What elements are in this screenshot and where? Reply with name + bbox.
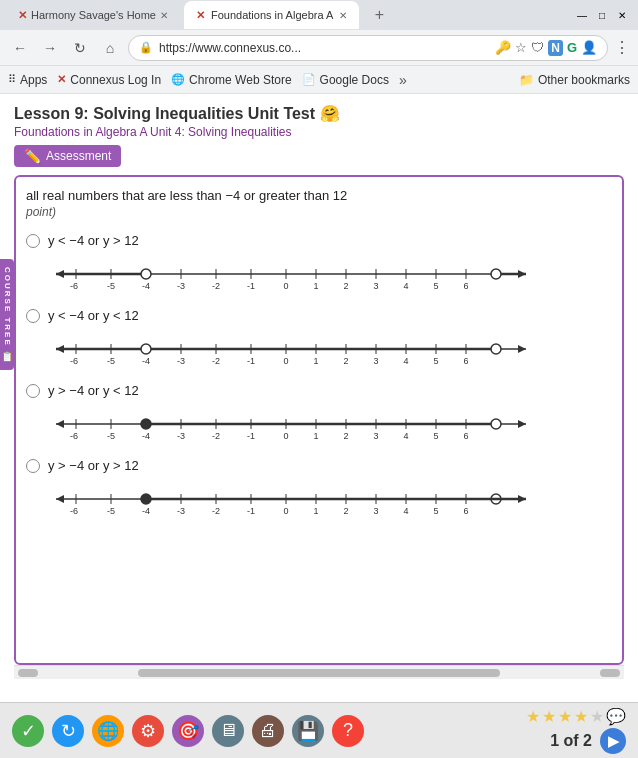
page-label: 1 of 2	[550, 732, 592, 750]
page-content: Lesson 9: Solving Inequalities Unit Test…	[0, 94, 638, 685]
globe-icon: 🌐	[97, 720, 119, 742]
radio-1[interactable]	[26, 234, 40, 248]
option-2-text: y < −4 or y < 12	[48, 308, 139, 323]
radio-3[interactable]	[26, 384, 40, 398]
settings-icon: ⚙	[140, 720, 156, 742]
svg-point-127	[141, 494, 151, 504]
svg-text:-5: -5	[107, 506, 115, 516]
close-button[interactable]: ✕	[614, 7, 630, 23]
active-tab[interactable]: ✕ Foundations in Algebra A ✕	[184, 1, 359, 29]
number-line-svg-2: -6 -5 -4 -3 -2 -1 0 1	[46, 331, 536, 369]
assessment-label: Assessment	[46, 149, 111, 163]
radio-2[interactable]	[26, 309, 40, 323]
answer-option-1[interactable]: y < −4 or y > 12 -6	[26, 233, 612, 294]
inactive-tab[interactable]: ✕ Harmony Savage's Home ✕	[8, 2, 178, 28]
svg-text:1: 1	[313, 506, 318, 516]
other-bookmarks-label: Other bookmarks	[538, 73, 630, 87]
apps-icon: ⠿	[8, 73, 16, 86]
option-2-label[interactable]: y < −4 or y < 12	[26, 308, 612, 323]
svg-text:-5: -5	[107, 431, 115, 441]
svg-text:3: 3	[373, 356, 378, 366]
radio-4[interactable]	[26, 459, 40, 473]
stars-row: ★ ★ ★ ★ ★ 💬	[526, 707, 626, 726]
svg-text:-5: -5	[107, 281, 115, 291]
chrome-menu-button[interactable]: ⋮	[614, 38, 630, 57]
refresh-button[interactable]: ↻	[68, 36, 92, 60]
bookmark-connexus[interactable]: ✕ Connexus Log In	[57, 73, 161, 87]
star-3: ★	[558, 707, 572, 726]
svg-text:6: 6	[463, 431, 468, 441]
bookmark-chrome-store[interactable]: 🌐 Chrome Web Store	[171, 73, 292, 87]
svg-text:-4: -4	[142, 356, 150, 366]
svg-marker-99	[56, 495, 64, 503]
speech-bubble-icon: 💬	[606, 707, 626, 726]
new-tab-button[interactable]: +	[365, 1, 393, 29]
svg-text:5: 5	[433, 431, 438, 441]
svg-text:-3: -3	[177, 356, 185, 366]
svg-text:0: 0	[283, 356, 288, 366]
answer-option-3[interactable]: y > −4 or y < 12 -6 -5 -4 -3	[26, 383, 612, 444]
bookmark-apps-label: Apps	[20, 73, 47, 87]
svg-text:-1: -1	[247, 356, 255, 366]
option-1-label[interactable]: y < −4 or y > 12	[26, 233, 612, 248]
svg-text:-1: -1	[247, 281, 255, 291]
svg-text:0: 0	[283, 506, 288, 516]
print-button[interactable]: 🖨	[252, 715, 284, 747]
svg-point-62	[141, 344, 151, 354]
back-button[interactable]: ←	[8, 36, 32, 60]
close-inactive-tab[interactable]: ✕	[160, 10, 168, 21]
svg-marker-35	[518, 345, 526, 353]
star-icon[interactable]: ☆	[515, 40, 527, 55]
bookmarks-more-button[interactable]: »	[399, 72, 407, 88]
bookmark-apps[interactable]: ⠿ Apps	[8, 73, 47, 87]
save-icon: 💾	[297, 720, 319, 742]
close-active-tab[interactable]: ✕	[339, 10, 347, 21]
svg-text:2: 2	[343, 506, 348, 516]
window-controls: — □ ✕	[574, 7, 630, 23]
maximize-button[interactable]: □	[594, 7, 610, 23]
refresh-tool-icon: ↻	[61, 720, 76, 742]
next-page-button[interactable]: ▶	[600, 728, 626, 754]
bookmark-chrome-store-label: Chrome Web Store	[189, 73, 292, 87]
bookmark-other[interactable]: 📁 Other bookmarks	[519, 73, 630, 87]
answer-option-2[interactable]: y < −4 or y < 12 -6 -5 -4 -3	[26, 308, 612, 369]
option-3-label[interactable]: y > −4 or y < 12	[26, 383, 612, 398]
url-box[interactable]: 🔒 https://www.connexus.co... 🔑 ☆ 🛡 N G 👤	[128, 35, 608, 61]
forward-button[interactable]: →	[38, 36, 62, 60]
chrome-store-icon: 🌐	[171, 73, 185, 86]
svg-point-63	[491, 344, 501, 354]
svg-text:5: 5	[433, 356, 438, 366]
n-icon: N	[548, 40, 563, 56]
svg-text:-2: -2	[212, 356, 220, 366]
star-1: ★	[526, 707, 540, 726]
globe-button[interactable]: 🌐	[92, 715, 124, 747]
course-tree-sidebar[interactable]: COURSE TREE 📋	[0, 259, 14, 370]
help-button[interactable]: ?	[332, 715, 364, 747]
horizontal-scrollbar[interactable]	[14, 665, 624, 679]
monitor-button[interactable]: 🖥	[212, 715, 244, 747]
question-text: all real numbers that are less than −4 o…	[26, 187, 612, 205]
save-button[interactable]: 💾	[292, 715, 324, 747]
monitor-icon: 🖥	[219, 720, 237, 741]
lesson-title-text: Lesson 9: Solving Inequalities Unit Test…	[14, 104, 340, 123]
bookmark-google-docs[interactable]: 📄 Google Docs	[302, 73, 389, 87]
answer-option-4[interactable]: y > −4 or y > 12 -6 -5 -4 -3	[26, 458, 612, 519]
question-box[interactable]: all real numbers that are less than −4 o…	[14, 175, 624, 665]
svg-marker-68	[518, 420, 526, 428]
number-line-svg-4: -6 -5 -4 -3 -2 -1 0 1	[46, 481, 536, 519]
minimize-button[interactable]: —	[574, 7, 590, 23]
home-button[interactable]: ⌂	[98, 36, 122, 60]
svg-text:-4: -4	[142, 281, 150, 291]
svg-text:-2: -2	[212, 281, 220, 291]
option-4-label[interactable]: y > −4 or y > 12	[26, 458, 612, 473]
lesson-title: Lesson 9: Solving Inequalities Unit Test…	[14, 104, 624, 123]
settings-button[interactable]: ⚙	[132, 715, 164, 747]
svg-text:3: 3	[373, 281, 378, 291]
checkmark-button[interactable]: ✓	[12, 715, 44, 747]
title-bar: ✕ Harmony Savage's Home ✕ ✕ Foundations …	[0, 0, 638, 30]
refresh-tool-button[interactable]: ↻	[52, 715, 84, 747]
shield-icon: 🛡	[531, 40, 544, 55]
target-button[interactable]: 🎯	[172, 715, 204, 747]
star-2: ★	[542, 707, 556, 726]
profile-icon[interactable]: 👤	[581, 40, 597, 55]
